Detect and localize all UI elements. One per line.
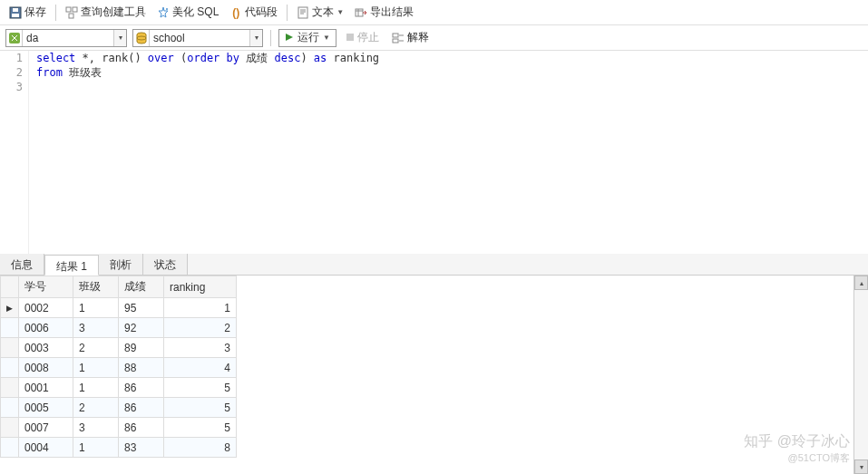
table-row[interactable]: ▶00021951: [1, 298, 237, 318]
cell[interactable]: 1: [164, 298, 237, 318]
code-line: select *, rank() over (order by 成绩 desc)…: [36, 51, 379, 65]
svg-rect-2: [13, 8, 18, 12]
scroll-track[interactable]: [854, 290, 868, 459]
separator: [287, 5, 288, 21]
table-row[interactable]: 00032893: [1, 338, 237, 358]
column-header[interactable]: 班级: [73, 276, 119, 298]
svg-rect-19: [393, 39, 398, 43]
result-grid[interactable]: 学号 班级 成绩 ranking ▶0002195100063922000328…: [0, 276, 237, 474]
cell[interactable]: 0005: [19, 398, 73, 418]
row-marker: [1, 398, 19, 418]
cell[interactable]: 0008: [19, 358, 73, 378]
cell[interactable]: 4: [164, 358, 237, 378]
run-label: 运行: [297, 30, 319, 45]
cell[interactable]: 2: [164, 318, 237, 338]
cell[interactable]: 1: [73, 298, 119, 318]
stop-icon: [346, 32, 355, 44]
cell[interactable]: 8: [164, 438, 237, 458]
cell[interactable]: 0001: [19, 378, 73, 398]
export-result-button[interactable]: 导出结果: [351, 3, 417, 22]
tab-result[interactable]: 结果 1: [44, 255, 99, 276]
cell[interactable]: 3: [73, 318, 119, 338]
cell[interactable]: 86: [119, 378, 164, 398]
beautify-icon: [157, 6, 170, 19]
cell[interactable]: 0006: [19, 318, 73, 338]
tab-profile[interactable]: 剖析: [99, 254, 143, 275]
cell[interactable]: 1: [73, 438, 119, 458]
connection-dropdown[interactable]: da ▾: [5, 29, 127, 47]
cell[interactable]: 1: [73, 378, 119, 398]
query-builder-label: 查询创建工具: [81, 5, 146, 20]
sql-editor[interactable]: 1 2 3 select *, rank() over (order by 成绩…: [0, 51, 868, 254]
result-tabs: 信息 结果 1 剖析 状态: [0, 254, 868, 276]
explain-button[interactable]: 解释: [388, 28, 433, 47]
stop-button: 停止: [342, 28, 383, 47]
svg-rect-5: [69, 14, 73, 18]
save-label: 保存: [24, 5, 46, 20]
code-snippet-button[interactable]: () 代码段: [226, 3, 281, 22]
column-header[interactable]: 成绩: [119, 276, 164, 298]
cell[interactable]: 2: [73, 338, 119, 358]
svg-rect-1: [12, 14, 19, 17]
row-marker: [1, 418, 19, 438]
row-marker-header: [1, 276, 19, 298]
text-icon: [297, 6, 309, 19]
table-row[interactable]: 00052865: [1, 398, 237, 418]
cell[interactable]: 0004: [19, 438, 73, 458]
chevron-down-icon: ▼: [323, 34, 330, 42]
cell[interactable]: 0003: [19, 338, 73, 358]
cell[interactable]: 83: [119, 438, 164, 458]
cell[interactable]: 88: [119, 358, 164, 378]
cell[interactable]: 92: [119, 318, 164, 338]
vertical-scrollbar[interactable]: ▴ ▾: [853, 276, 868, 474]
scroll-up-icon[interactable]: ▴: [854, 276, 868, 290]
database-dropdown[interactable]: school ▾: [132, 29, 263, 47]
tab-info[interactable]: 信息: [0, 254, 44, 275]
cell[interactable]: 86: [119, 418, 164, 438]
table-row[interactable]: 00041838: [1, 438, 237, 458]
column-header[interactable]: 学号: [19, 276, 73, 298]
column-header[interactable]: ranking: [164, 276, 237, 298]
table-row[interactable]: 00011865: [1, 378, 237, 398]
cell[interactable]: 5: [164, 398, 237, 418]
cell[interactable]: 86: [119, 398, 164, 418]
line-gutter: 1 2 3: [0, 51, 29, 254]
svg-rect-17: [346, 34, 354, 41]
tab-status[interactable]: 状态: [143, 254, 188, 275]
table-row[interactable]: 00063922: [1, 318, 237, 338]
svg-rect-4: [73, 7, 77, 12]
code-area[interactable]: select *, rank() over (order by 成绩 desc)…: [29, 51, 379, 254]
row-marker: [1, 438, 19, 458]
cell[interactable]: 3: [164, 338, 237, 358]
connection-value: da: [23, 32, 113, 44]
code-line: [36, 80, 379, 94]
table-row[interactable]: 00081884: [1, 358, 237, 378]
cell[interactable]: 0007: [19, 418, 73, 438]
cell[interactable]: 89: [119, 338, 164, 358]
row-marker: ▶: [1, 298, 19, 318]
cell[interactable]: 5: [164, 378, 237, 398]
cell[interactable]: 1: [73, 358, 119, 378]
table-row[interactable]: 00073865: [1, 418, 237, 438]
cell[interactable]: 0002: [19, 298, 73, 318]
save-icon: [9, 6, 22, 19]
query-builder-icon: [65, 6, 78, 19]
cell[interactable]: 3: [73, 418, 119, 438]
row-marker: [1, 358, 19, 378]
separator: [270, 30, 271, 46]
run-button[interactable]: 运行 ▼: [278, 29, 336, 47]
export-icon: [355, 6, 367, 19]
play-icon: [285, 32, 294, 44]
database-icon: [133, 30, 150, 46]
cell[interactable]: 2: [73, 398, 119, 418]
text-button[interactable]: 文本 ▼: [293, 3, 347, 22]
beautify-sql-button[interactable]: 美化 SQL: [153, 3, 222, 22]
save-button[interactable]: 保存: [5, 3, 50, 22]
chevron-down-icon: ▾: [113, 30, 126, 46]
cell[interactable]: 95: [119, 298, 164, 318]
svg-rect-18: [393, 34, 398, 37]
database-value: school: [150, 32, 249, 44]
scroll-down-icon[interactable]: ▾: [854, 459, 868, 474]
query-builder-button[interactable]: 查询创建工具: [62, 3, 150, 22]
cell[interactable]: 5: [164, 418, 237, 438]
